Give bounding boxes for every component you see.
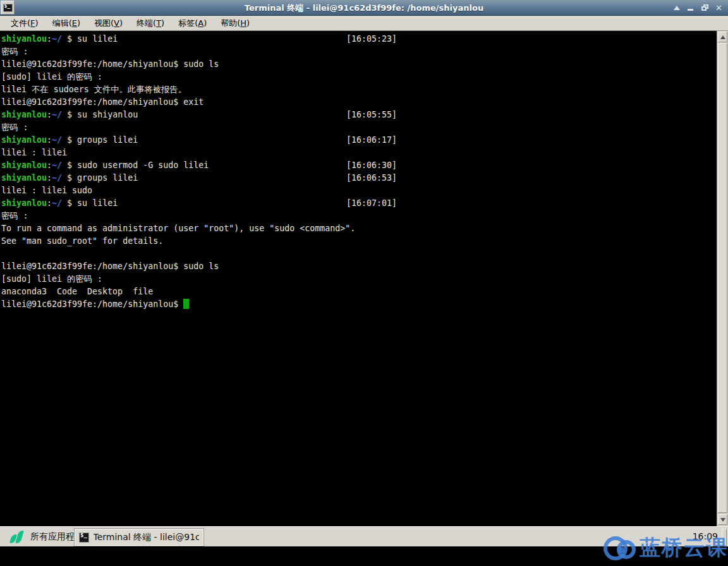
shiyanlou-logo-icon: [9, 529, 24, 545]
window-menu-button[interactable]: $_: [1, 1, 15, 15]
terminal-line: See "man sudo_root" for details.: [1, 235, 717, 248]
terminal-line: [1, 248, 717, 260]
timestamp: [16:06:30]: [346, 159, 397, 172]
menu-item-terminal[interactable]: 终端(T): [130, 16, 171, 31]
terminal-line: lilei : lilei sudo: [1, 184, 717, 197]
terminal-icon: $_: [3, 4, 13, 12]
minimize-button[interactable]: [687, 4, 695, 12]
terminal-line: shiyanlou:~/ $ groups lilei[16:06:17]: [1, 134, 717, 147]
terminal-line: shiyanlou:~/ $ su lilei[16:07:01]: [1, 197, 717, 210]
terminal-line: shiyanlou:~/ $ groups lilei[16:06:53]: [1, 172, 717, 184]
terminal-line: shiyanlou:~/ $ sudo usermod -G sudo lile…: [1, 159, 717, 172]
shade-button[interactable]: [673, 4, 681, 12]
terminal-line: To run a command as administrator (user …: [1, 222, 717, 235]
terminal-line: shiyanlou:~/ $ su lilei[16:05:23]: [1, 33, 717, 45]
lanqiao-logo-icon: [603, 536, 640, 561]
terminal-line: shiyanlou:~/ $ su shiyanlou[16:05:55]: [1, 109, 717, 121]
lanqiao-watermark: 蓝桥云课: [603, 534, 728, 562]
terminal-line: 密码 :: [1, 45, 717, 58]
terminal-viewport[interactable]: shiyanlou:~/ $ su lilei[16:05:23]密码 :lil…: [0, 31, 717, 526]
timestamp: [16:06:53]: [346, 172, 397, 184]
terminal-line: lilei@91c62d3f99fe:/home/shiyanlou$ exit: [1, 96, 717, 109]
taskbar-window-label: Terminal 终端 - lilei@91c62⋯: [94, 532, 200, 543]
taskbar-window-button[interactable]: $_ Terminal 终端 - lilei@91c62⋯: [75, 529, 203, 546]
minimize-icon: [688, 9, 693, 11]
scroll-up-button[interactable]: [718, 32, 727, 42]
timestamp: [16:07:01]: [346, 197, 397, 210]
terminal-line: 密码 :: [1, 121, 717, 134]
window-controls: ✕: [673, 3, 723, 13]
terminal-line: lilei@91c62d3f99fe:/home/shiyanlou$ sudo…: [1, 260, 717, 273]
maximize-button[interactable]: [701, 4, 709, 12]
desktop-screen: $_ Terminal 终端 - lilei@91c62d3f99fe: /ho…: [0, 0, 728, 566]
menu-item-file[interactable]: 文件(F): [4, 16, 46, 31]
menu-bar: 文件(F)编辑(E)视图(V)终端(T)标签(A)帮助(H): [0, 16, 728, 31]
terminal-icon: $_: [79, 533, 89, 543]
terminal-line: lilei@91c62d3f99fe:/home/shiyanlou$ sudo…: [1, 58, 717, 71]
menu-item-tabs[interactable]: 标签(A): [171, 16, 214, 31]
window-title: Terminal 终端 - lilei@91c62d3f99fe: /home/…: [82, 3, 646, 14]
timestamp: [16:05:23]: [346, 33, 397, 45]
terminal-cursor: [183, 299, 189, 309]
terminal-line: [sudo] lilei 的密码 :: [1, 273, 717, 286]
arrow-up-icon: [720, 35, 725, 39]
window-titlebar: $_ Terminal 终端 - lilei@91c62d3f99fe: /ho…: [0, 0, 728, 16]
terminal-line: anaconda3 Code Desktop file: [1, 286, 717, 298]
terminal-scrollbar[interactable]: [717, 31, 728, 526]
terminal-output: shiyanlou:~/ $ su lilei[16:05:23]密码 :lil…: [1, 33, 717, 311]
shade-icon: [674, 6, 680, 10]
scroll-down-button[interactable]: [718, 514, 727, 525]
menu-item-edit[interactable]: 编辑(E): [46, 16, 87, 31]
terminal-line: 密码 :: [1, 210, 717, 222]
terminal-line: [sudo] lilei 的密码 :: [1, 71, 717, 83]
terminal-line: lilei 不在 sudoers 文件中。此事将被报告。: [1, 83, 717, 96]
close-button[interactable]: ✕: [715, 4, 723, 12]
lanqiao-watermark-text: 蓝桥云课: [640, 534, 728, 562]
menu-item-view[interactable]: 视图(V): [87, 16, 130, 31]
scrollbar-thumb[interactable]: [718, 43, 727, 513]
timestamp: [16:06:17]: [346, 134, 397, 147]
terminal-line: lilei@91c62d3f99fe:/home/shiyanlou$: [1, 298, 717, 311]
terminal-line: lilei : lilei: [1, 147, 717, 159]
arrow-down-icon: [720, 518, 725, 522]
timestamp: [16:05:55]: [346, 109, 397, 121]
menu-item-help[interactable]: 帮助(H): [214, 16, 257, 31]
